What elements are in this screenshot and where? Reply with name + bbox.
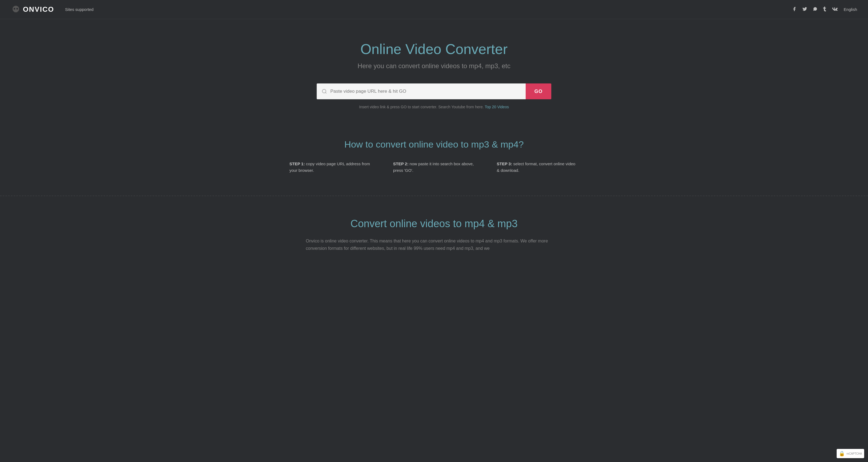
convert-title: Convert online videos to mp4 & mp3 (22, 218, 846, 229)
how-to-section: How to convert online video to mp3 & mp4… (0, 125, 868, 190)
step-1: STEP 1: copy video page URL address from… (289, 161, 371, 174)
step-2-label: STEP 2: (393, 161, 408, 166)
svg-point-0 (12, 6, 19, 12)
svg-point-6 (322, 89, 326, 93)
recaptcha-icon: 🔒 (839, 451, 845, 457)
facebook-link[interactable] (792, 6, 797, 12)
sites-supported-link[interactable]: Sites supported (65, 7, 94, 12)
hero-section: Online Video Converter Here you can conv… (0, 19, 868, 125)
whatsapp-icon (813, 6, 817, 11)
hero-subtitle: Here you can convert online videos to mp… (11, 62, 857, 70)
vk-link[interactable] (832, 7, 838, 12)
svg-line-7 (326, 92, 327, 94)
main-header: ONVICO Sites supported (0, 0, 868, 19)
convert-description: Onvico is online video converter. This m… (306, 237, 562, 252)
search-container: GO (317, 84, 551, 99)
go-button[interactable]: GO (526, 84, 551, 99)
top-20-videos-link[interactable]: Top 20 Videos (485, 105, 509, 109)
twitter-icon (802, 6, 807, 11)
steps-container: STEP 1: copy video page URL address from… (284, 161, 584, 174)
logo[interactable]: ONVICO (11, 5, 54, 14)
search-wrapper (317, 84, 526, 99)
svg-point-1 (13, 8, 15, 9)
header-left: ONVICO Sites supported (11, 5, 94, 14)
tumblr-link[interactable] (823, 6, 827, 12)
whatsapp-link[interactable] (813, 6, 817, 12)
recaptcha-label: reCAPTCHA (846, 452, 862, 455)
url-search-input[interactable] (330, 89, 521, 94)
step-3-label: STEP 3: (497, 161, 512, 166)
hero-title: Online Video Converter (11, 41, 857, 57)
how-to-title: How to convert online video to mp3 & mp4… (22, 139, 846, 150)
vk-icon (832, 7, 838, 11)
convert-section: Convert online videos to mp4 & mp3 Onvic… (0, 202, 868, 263)
facebook-icon (792, 6, 797, 11)
header-right: English (792, 6, 857, 12)
language-selector[interactable]: English (844, 7, 857, 12)
step-1-label: STEP 1: (289, 161, 305, 166)
recaptcha-badge: 🔒 reCAPTCHA (837, 449, 864, 458)
skull-icon (11, 5, 21, 14)
step-3: STEP 3: select format, convert online vi… (497, 161, 579, 174)
search-icon (321, 89, 327, 94)
logo-text: ONVICO (23, 5, 54, 13)
twitter-link[interactable] (802, 6, 807, 12)
svg-rect-5 (15, 12, 17, 12)
search-hint: Insert video link & press GO to start co… (11, 105, 857, 109)
svg-point-2 (17, 8, 18, 9)
step-2: STEP 2: now paste it into search box abo… (393, 161, 475, 174)
tumblr-icon (823, 6, 827, 11)
section-divider (0, 195, 868, 196)
